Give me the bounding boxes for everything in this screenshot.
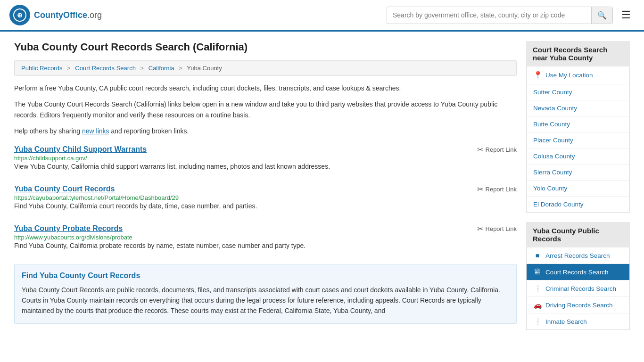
record-url[interactable]: https://childsupport.ca.gov/ <box>14 155 87 162</box>
breadcrumb-yuba-county: Yuba County <box>187 65 222 72</box>
find-section-desc: Yuba County Court Records are public rec… <box>22 285 509 316</box>
nearby-county-item[interactable]: Nevada County <box>527 100 629 116</box>
public-record-item[interactable]: 🏛 Court Records Search <box>527 264 629 280</box>
record-title[interactable]: Yuba County Probate Records <box>14 224 123 233</box>
public-record-icon: 🚗 <box>533 301 542 309</box>
find-section: Find Yuba County Court Records Yuba Coun… <box>14 264 517 324</box>
record-url[interactable]: http://www.yubacourts.org/divisions/prob… <box>14 234 132 241</box>
report-link-icon: ✂ <box>477 145 483 154</box>
new-links-link[interactable]: new links <box>82 127 109 135</box>
public-record-label: Inmate Search <box>545 318 587 325</box>
page-container: Yuba County Court Records Search (Califo… <box>0 32 644 349</box>
public-record-label: Driving Records Search <box>545 302 613 309</box>
nearby-county-item[interactable]: Sierra County <box>527 165 629 181</box>
nearby-county-link[interactable]: El Dorado County <box>527 197 629 212</box>
report-link-icon: ✂ <box>477 185 483 194</box>
search-bar: 🔍 <box>387 7 613 24</box>
public-record-link[interactable]: 🏛 Court Records Search <box>527 264 629 280</box>
public-record-icon: ■ <box>533 252 542 259</box>
search-input[interactable] <box>387 8 591 23</box>
header-right: 🔍 ☰ <box>387 7 635 24</box>
nearby-county-item[interactable]: Yolo County <box>527 181 629 197</box>
public-records-section: Yuba County Public Records ■ Arrest Reco… <box>526 222 630 330</box>
logo-icon: ⊕ <box>9 5 30 25</box>
record-url[interactable]: https://cayubaportal.tylerhost.net/Porta… <box>14 194 179 201</box>
public-records-list: ■ Arrest Records Search 🏛 Court Records … <box>526 247 630 330</box>
nearby-county-link[interactable]: Butte County <box>527 116 629 132</box>
nearby-county-link[interactable]: Nevada County <box>527 100 629 116</box>
public-record-label: Arrest Records Search <box>545 252 610 259</box>
desc-para2: The Yuba County Court Records Search (Ca… <box>14 99 517 120</box>
public-record-label: Criminal Records Search <box>545 285 616 292</box>
breadcrumb-court-records[interactable]: Court Records Search <box>75 65 136 72</box>
public-record-item[interactable]: 🚗 Driving Records Search <box>527 297 629 313</box>
breadcrumb-public-records[interactable]: Public Records <box>21 65 62 72</box>
public-record-label: Court Records Search <box>545 269 609 276</box>
report-link-label: Report Link <box>486 146 517 153</box>
main-content: Yuba County Court Records Search (Califo… <box>14 41 517 339</box>
location-icon: 📍 <box>533 71 543 80</box>
public-record-link[interactable]: ■ Arrest Records Search <box>527 247 629 263</box>
public-record-item[interactable]: ■ Arrest Records Search <box>527 247 629 264</box>
record-desc: View Yuba County, California child suppo… <box>14 162 517 172</box>
report-link-label: Report Link <box>486 186 517 193</box>
public-records-header: Yuba County Public Records <box>526 222 630 247</box>
search-button[interactable]: 🔍 <box>591 7 612 24</box>
nearby-county-item[interactable]: Colusa County <box>527 148 629 165</box>
logo-area: ⊕ CountyOffice.org <box>9 5 102 25</box>
logo-text: CountyOffice.org <box>34 10 102 20</box>
find-section-title: Find Yuba County Court Records <box>22 272 509 280</box>
nearby-county-link[interactable]: Sutter County <box>527 84 629 100</box>
record-item: Yuba County Court Records ✂ Report Link … <box>14 185 517 211</box>
public-record-item[interactable]: ❕ Inmate Search <box>527 313 629 329</box>
public-record-icon: ❕ <box>533 318 542 325</box>
use-my-location-item[interactable]: 📍 Use My Location <box>527 66 629 84</box>
public-record-icon: 🏛 <box>533 268 542 276</box>
site-header: ⊕ CountyOffice.org 🔍 ☰ <box>0 0 644 32</box>
nearby-county-item[interactable]: El Dorado County <box>527 197 629 212</box>
public-record-link[interactable]: 🚗 Driving Records Search <box>527 297 629 313</box>
public-record-link[interactable]: ❕ Criminal Records Search <box>527 280 629 296</box>
sidebar: Court Records Search near Yuba County 📍 … <box>526 41 630 339</box>
description-section: Perform a free Yuba County, CA public co… <box>14 83 517 137</box>
use-my-location-link[interactable]: 📍 Use My Location <box>527 66 629 84</box>
nearby-county-item[interactable]: Placer County <box>527 132 629 148</box>
record-title[interactable]: Yuba County Court Records <box>14 185 115 193</box>
report-link[interactable]: ✂ Report Link <box>477 185 517 194</box>
nearby-county-link[interactable]: Yolo County <box>527 181 629 196</box>
record-desc: Find Yuba County, California probate rec… <box>14 241 517 251</box>
hamburger-menu[interactable]: ☰ <box>618 7 635 23</box>
desc-para1: Perform a free Yuba County, CA public co… <box>14 83 517 93</box>
nearby-county-item[interactable]: Butte County <box>527 116 629 132</box>
record-item: Yuba County Probate Records ✂ Report Lin… <box>14 224 517 251</box>
page-title: Yuba County Court Records Search (Califo… <box>14 41 517 53</box>
nearby-list: 📍 Use My Location Sutter CountyNevada Co… <box>526 66 630 213</box>
public-record-item[interactable]: ❕ Criminal Records Search <box>527 280 629 297</box>
nearby-county-item[interactable]: Sutter County <box>527 84 629 100</box>
desc-para3: Help others by sharing new links and rep… <box>14 126 517 136</box>
report-link-icon: ✂ <box>477 224 483 233</box>
report-link[interactable]: ✂ Report Link <box>477 224 517 233</box>
nearby-county-link[interactable]: Sierra County <box>527 165 629 180</box>
breadcrumb-california[interactable]: California <box>149 65 174 72</box>
record-item-header: Yuba County Probate Records ✂ Report Lin… <box>14 224 517 233</box>
record-item-header: Yuba County Child Support Warrants ✂ Rep… <box>14 145 517 154</box>
report-link-label: Report Link <box>486 225 517 232</box>
public-record-icon: ❕ <box>533 285 542 292</box>
records-container: Yuba County Child Support Warrants ✂ Rep… <box>14 145 517 251</box>
nearby-section: Court Records Search near Yuba County 📍 … <box>526 41 630 213</box>
svg-text:⊕: ⊕ <box>17 11 23 19</box>
record-item-header: Yuba County Court Records ✂ Report Link <box>14 185 517 194</box>
nearby-county-link[interactable]: Placer County <box>527 132 629 148</box>
public-record-link[interactable]: ❕ Inmate Search <box>527 313 629 329</box>
record-desc: Find Yuba County, California court recor… <box>14 201 517 211</box>
nearby-header: Court Records Search near Yuba County <box>526 41 630 66</box>
breadcrumb: Public Records > Court Records Search > … <box>14 60 517 76</box>
report-link[interactable]: ✂ Report Link <box>477 145 517 154</box>
nearby-county-link[interactable]: Colusa County <box>527 148 629 164</box>
record-item: Yuba County Child Support Warrants ✂ Rep… <box>14 145 517 172</box>
record-title[interactable]: Yuba County Child Support Warrants <box>14 145 147 154</box>
